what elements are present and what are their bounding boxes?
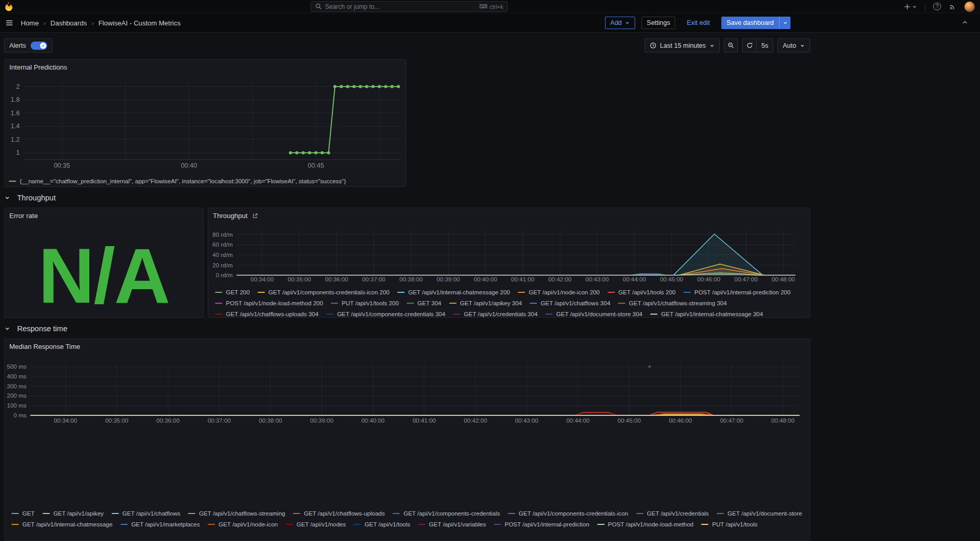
save-dashboard-button[interactable]: Save dashboard — [721, 17, 779, 29]
section-response-time[interactable]: Response time — [4, 322, 810, 335]
legend-item[interactable]: GET /api/v1/internal-chatmessage 304 — [650, 311, 763, 317]
legend-swatch — [354, 524, 361, 525]
mega-menu-button[interactable] — [5, 19, 14, 29]
help-button[interactable]: ? — [933, 3, 941, 10]
legend-item[interactable]: GET — [11, 510, 35, 517]
user-avatar[interactable] — [964, 2, 975, 12]
panel-title[interactable]: Error rate — [9, 212, 38, 220]
search-bar[interactable]: ⌨ ctrl+k — [311, 1, 508, 12]
alerts-toggle[interactable]: ✓ — [31, 42, 47, 50]
keyboard-icon: ⌨ — [479, 3, 488, 10]
svg-text:80 rd/m: 80 rd/m — [212, 232, 233, 238]
panel-internal-predictions: Internal Predictions 11.21.41.61.8200:35… — [4, 59, 406, 187]
legend-item[interactable]: GET /api/v1/credentials 304 — [453, 311, 538, 317]
svg-text:100 ms: 100 ms — [7, 402, 26, 409]
legend-item[interactable]: GET /api/v1/chatflows-uploads 304 — [215, 311, 318, 317]
legend-swatch — [545, 314, 553, 315]
legend-item[interactable]: GET 304 — [407, 300, 441, 306]
legend-item[interactable]: PUT /api/v1/tools 200 — [331, 300, 399, 306]
legend-swatch — [397, 292, 405, 293]
legend-item[interactable]: GET /api/v1/marketplaces — [120, 521, 200, 528]
breadcrumb-dashboards[interactable]: Dashboards — [50, 19, 87, 27]
legend-item[interactable]: GET /api/v1/tools — [354, 521, 410, 528]
median-response-chart[interactable]: 0 ms100 ms200 ms300 ms400 ms500 ms00:34:… — [5, 358, 811, 430]
section-throughput[interactable]: Throughput — [4, 191, 810, 205]
legend-label: GET 304 — [418, 300, 441, 306]
legend-item[interactable]: GET /api/v1/apikey 304 — [449, 300, 522, 306]
panel-title[interactable]: Throughput — [213, 212, 248, 220]
legend-item[interactable]: POST /api/v1/node-load-method 200 — [215, 300, 323, 306]
legend-item[interactable]: GET /api/v1/chatflows 304 — [530, 300, 610, 306]
save-dashboard-group: Save dashboard — [721, 17, 790, 29]
panel-title[interactable]: Median Response Time — [9, 343, 80, 350]
legend-item[interactable]: GET /api/v1/chatflows-uploads — [293, 510, 385, 517]
divider — [925, 3, 925, 10]
legend-item[interactable]: GET /api/v1/chatflows — [112, 510, 181, 517]
legend-item[interactable]: POST /api/v1/internal-prediction 200 — [683, 289, 790, 295]
legend-swatch — [530, 303, 537, 304]
legend-item[interactable]: GET /api/v1/chatflows-streaming 304 — [618, 300, 727, 306]
news-button[interactable] — [949, 3, 957, 10]
legend-label: GET /api/v1/variables — [429, 521, 486, 528]
refresh-button[interactable] — [742, 38, 756, 52]
legend-item[interactable]: PUT /api/v1/tools — [701, 521, 757, 528]
alerts-control[interactable]: Alerts ✓ — [4, 38, 52, 52]
search-input[interactable] — [325, 3, 476, 10]
legend-swatch — [650, 314, 657, 315]
save-dashboard-caret[interactable] — [779, 17, 790, 29]
legend-swatch — [11, 513, 19, 515]
legend-item[interactable]: GET /api/v1/document-store 304 — [545, 311, 642, 317]
legend-item[interactable]: GET /api/v1/components-credentials — [393, 510, 500, 517]
legend-item[interactable]: GET /api/v1/internal-chatmessage — [11, 521, 113, 528]
add-button[interactable]: Add — [605, 17, 635, 29]
time-range-picker[interactable]: Last 15 minutes — [645, 38, 720, 52]
legend-item[interactable]: GET 200 — [215, 289, 250, 295]
refresh-group: 5s — [742, 38, 773, 52]
legend-item[interactable]: GET /api/v1/components-credentials-icon — [508, 510, 628, 517]
grafana-logo[interactable] — [4, 1, 14, 11]
legend-item[interactable]: GET /api/v1/node-icon — [208, 521, 278, 528]
legend-label: GET /api/v1/components-credentials-icon — [519, 510, 628, 517]
legend-item[interactable]: GET /api/v1/variables — [418, 521, 486, 528]
auto-dropdown[interactable]: Auto — [777, 38, 810, 52]
legend-item[interactable]: GET /api/v1/components-credentials 304 — [326, 311, 445, 317]
legend-item[interactable]: GET /api/v1/tools 200 — [608, 289, 676, 295]
legend-row: {__name__="chatflow_prediction_internal"… — [9, 176, 401, 186]
legend-label: GET — [22, 510, 35, 517]
svg-text:00:42:00: 00:42:00 — [464, 417, 487, 424]
legend-item[interactable]: GET /api/v1/node-icon 200 — [518, 289, 600, 295]
settings-button[interactable]: Settings — [641, 17, 675, 29]
zoom-out-button[interactable] — [724, 38, 738, 52]
legend-item[interactable]: GET /api/v1/chatflows-streaming — [188, 510, 285, 517]
legend-item[interactable]: POST /api/v1/internal-prediction — [494, 521, 589, 528]
legend-item[interactable]: GET /api/v1/apikey — [43, 510, 104, 517]
refresh-interval-button[interactable]: 5s — [756, 38, 773, 52]
legend-item[interactable]: GET /api/v1/nodes — [286, 521, 346, 528]
svg-text:00:34:00: 00:34:00 — [250, 276, 274, 282]
legend-item[interactable]: GET /api/v1/components-credentials-icon … — [258, 289, 390, 295]
chevron-down-icon — [625, 20, 630, 25]
add-menu-button[interactable] — [904, 3, 917, 10]
dashboard-actions: Add Settings Exit edit Save dashboard — [605, 17, 790, 29]
exit-edit-button[interactable]: Exit edit — [681, 17, 715, 29]
legend-item[interactable]: POST /api/v1/node-load-method — [597, 521, 694, 528]
search-icon — [315, 3, 322, 10]
collapse-toolbar-button[interactable] — [961, 19, 969, 28]
legend-swatch — [331, 303, 338, 304]
external-link-icon[interactable] — [252, 213, 258, 219]
internal-predictions-chart[interactable]: 11.21.41.61.8200:3500:4000:45 — [5, 78, 407, 182]
legend-item[interactable]: GET /api/v1/document-store — [717, 510, 802, 517]
legend-item[interactable]: GET /api/v1/credentials — [636, 510, 709, 517]
legend-item[interactable]: {__name__="chatflow_prediction_internal"… — [9, 178, 346, 184]
legend-row: GETGET /api/v1/apikeyGET /api/v1/chatflo… — [11, 508, 806, 519]
panel-title[interactable]: Internal Predictions — [9, 63, 67, 71]
throughput-chart[interactable]: 0 rd/m20 rd/m40 rd/m60 rd/m80 rd/m00:34:… — [208, 227, 811, 285]
legend-label: GET /api/v1/internal-chatmessage 200 — [408, 289, 510, 295]
breadcrumb-home[interactable]: Home — [21, 19, 39, 27]
svg-text:00:40: 00:40 — [181, 162, 197, 169]
svg-text:400 ms: 400 ms — [7, 373, 26, 380]
section-title: Response time — [17, 324, 68, 333]
legend-label: GET /api/v1/node-icon 200 — [529, 289, 600, 295]
legend-item[interactable]: GET /api/v1/internal-chatmessage 200 — [397, 289, 510, 295]
svg-text:00:41:00: 00:41:00 — [511, 276, 534, 282]
